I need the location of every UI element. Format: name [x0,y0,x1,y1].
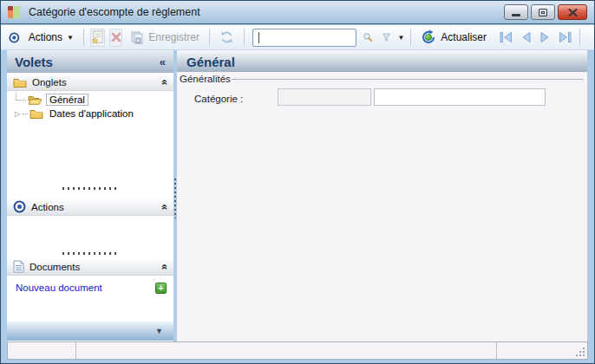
statusbar-cell-left [8,342,76,359]
close-button[interactable] [558,4,587,20]
search-icon[interactable] [363,29,374,46]
actualiser-label: Actualiser [441,31,487,43]
tree-item-general[interactable]: Général [12,93,172,107]
application-window: Catégorie d'escompte de règlement Action… [0,0,595,364]
refresh-arrows-icon [219,30,234,44]
statusbar-cell-middle [76,342,497,359]
previous-record-icon[interactable] [520,31,533,43]
tree-connector [16,93,26,101]
toolbar-separator [410,29,411,46]
add-document-button[interactable]: + [155,283,167,294]
category-field-label: Catégorie : [194,94,243,104]
panel-bottom-bar: ▼ [7,322,173,341]
expand-triangle-icon[interactable]: ▷ [12,110,23,118]
tree-item-dates-label: Dates d'application [47,108,136,119]
save-button[interactable]: Enregistrer [127,29,203,46]
last-record-icon[interactable] [558,31,572,43]
page-header: Général [177,51,587,72]
search-box [252,29,356,47]
actions-caret-icon: ▼ [67,34,74,42]
collapse-section-icon: » [159,263,171,270]
section-label-actions: Actions [31,202,156,212]
new-item-icon [91,30,104,44]
actualiser-button[interactable]: Actualiser [417,28,490,47]
section-header-onglets[interactable]: Onglets » [7,74,173,91]
folder-icon [29,108,43,119]
record-navigation [499,31,572,43]
new-document-link[interactable]: Nouveau document [16,283,155,293]
refresh-data-button[interactable] [216,29,238,46]
tree-item-dates-application[interactable]: ▷ Dates d'application [12,107,172,120]
next-record-icon[interactable] [539,31,552,43]
toolbar-separator [579,29,580,46]
section-header-actions[interactable]: Actions » [7,198,173,216]
page-title: Général [186,55,235,69]
actions-menu-label: Actions [29,31,62,43]
onglets-tree: Général ▷ Dates d'application [12,93,172,120]
collapse-panel-icon[interactable]: « [160,55,166,68]
save-icon [130,30,144,44]
statusbar-cell-right [497,342,587,359]
maximize-button[interactable] [531,4,555,20]
first-record-icon[interactable] [499,31,513,43]
main-content: Général Généralités Catégorie : [177,50,587,341]
category-code-input[interactable] [278,88,371,106]
collapse-section-icon: » [159,79,171,85]
new-document-row: Nouveau document + [16,281,167,295]
text-caret [258,32,259,43]
filter-dropdown-caret[interactable]: ▼ [397,34,404,42]
new-item-button[interactable] [90,29,105,47]
maximize-icon [539,9,547,16]
section-header-documents[interactable]: Documents » [7,258,173,276]
sidebar-volets: Volets « Onglets » Gén [7,50,173,341]
minimize-button[interactable] [504,4,528,20]
category-name-input[interactable] [374,88,546,106]
search-input[interactable] [252,29,356,47]
actions-bullseye-icon [13,200,26,213]
toolbar-separator [209,29,210,46]
section-drag-handle[interactable] [62,252,118,255]
window-body: Volets « Onglets » Gén [1,50,594,341]
close-icon [568,9,578,16]
statusbar [7,341,588,360]
delete-button[interactable] [109,29,122,47]
resize-grip[interactable] [583,354,585,356]
window-controls [504,4,587,20]
splitter-grip-icon [174,179,176,218]
folder-icon [13,77,27,88]
app-icon [8,6,21,18]
groupbox-line [232,79,584,80]
tree-item-general-label: Général [46,94,88,106]
toolbar: Actions ▼ Enregistrer [1,25,594,50]
open-folder-icon [28,94,42,105]
collapse-section-icon: » [159,204,171,210]
section-label-onglets: Onglets [32,77,156,88]
volets-header: Volets « [7,50,173,73]
minimize-icon [512,14,520,16]
save-button-label: Enregistrer [148,31,199,43]
document-icon [13,260,24,273]
tree-connector [23,114,28,114]
actualiser-refresh-icon [421,29,436,45]
section-label-documents: Documents [29,262,156,272]
groupbox-label: Généralités [180,74,231,84]
window-title: Catégorie d'escompte de règlement [29,6,504,18]
filter-funnel-icon[interactable] [382,31,391,44]
volets-title: Volets [15,55,160,69]
toolbar-separator [244,29,245,46]
titlebar: Catégorie d'escompte de règlement [1,1,594,24]
toolbar-separator [83,29,84,46]
actions-menu-button[interactable]: Actions ▼ [25,29,77,45]
actions-bullseye-icon [9,29,20,46]
delete-icon [111,32,121,42]
panel-more-icon[interactable]: ▼ [155,327,163,335]
section-drag-handle[interactable] [62,187,118,190]
